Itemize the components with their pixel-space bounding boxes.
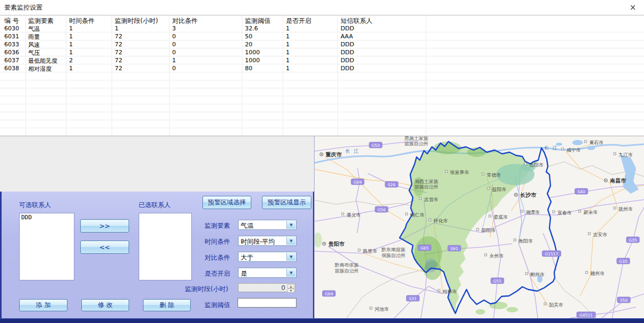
city-marker-icon <box>562 148 564 150</box>
time-condition-combo[interactable]: 时间段-平均 ▼ <box>238 236 296 246</box>
element-monitor-window: 要素监控设置 × 编 号监测要素时间条件监测时段(小时)对比条件监测阈值是否开启… <box>0 0 644 323</box>
compare-condition-combo[interactable]: 大于 ▼ <box>238 252 296 262</box>
table-cell: 72 <box>115 65 122 72</box>
table-row[interactable]: 6037最低能见度272110001DDD <box>0 56 644 64</box>
table-cell: 72 <box>115 41 122 48</box>
close-icon[interactable]: × <box>627 2 639 13</box>
add-button[interactable]: 添 加 <box>19 299 67 311</box>
capital-marker-dot <box>321 154 322 155</box>
threshold-input[interactable] <box>238 298 296 308</box>
spinner-arrows: ▲▼ <box>287 284 294 291</box>
enabled-combo-value: 是 <box>241 269 247 278</box>
table-cell: 1 <box>69 33 73 40</box>
map-district-label: 侗族自治州 <box>382 253 405 258</box>
table-cell: DDD <box>341 65 354 72</box>
period-spinner: 0 ▲▼ <box>238 283 295 292</box>
table-cell: 最低能见度 <box>28 57 57 65</box>
spin-up-icon: ▲ <box>287 284 294 288</box>
city-marker-icon <box>419 197 421 200</box>
map-district-label: 苗族自治州 <box>414 184 438 189</box>
table-cell: 风速 <box>28 41 40 49</box>
table-cell: 3 <box>172 25 176 32</box>
table-row[interactable]: 6033风速1720201DDD <box>0 40 644 48</box>
chevron-down-icon[interactable]: ▼ <box>286 221 295 229</box>
map-city-label: 九江市 <box>618 152 633 158</box>
map-district-label: 恩施土家族 <box>404 136 428 141</box>
map-canvas[interactable]: G50G69S26G56G69S31G65S91G55G1517G35G35S5… <box>314 136 644 318</box>
grid-line <box>337 15 338 136</box>
road-badge-label: S40 <box>578 189 586 194</box>
table-cell: 相对湿度 <box>28 65 52 73</box>
delete-button[interactable]: 删 除 <box>143 299 191 311</box>
city-marker-icon <box>526 272 528 275</box>
table-body: 6030气温11332.61DDD6031雨量1720501AAA6033风速1… <box>0 24 644 136</box>
chevron-down-icon[interactable]: ▼ <box>286 253 295 261</box>
table-cell: DDD <box>341 57 354 64</box>
move-right-button[interactable]: >> <box>80 219 129 233</box>
map-city-label: 贵阳市 <box>328 241 345 247</box>
table-cell: 气压 <box>28 49 40 57</box>
map-city-label: 衡阳市 <box>519 238 533 244</box>
map-city-label: 郴州市 <box>530 272 545 277</box>
table-header-row: 编 号监测要素时间条件监测时段(小时)对比条件监测阈值是否开启短信联系人 <box>0 15 644 25</box>
grid-line <box>283 15 283 136</box>
chevron-down-icon[interactable]: ▼ <box>286 269 295 277</box>
window-title: 要素监控设置 <box>4 3 43 12</box>
period-spinner-value: 0 <box>281 284 285 292</box>
map-city-label: 铜仁市 <box>410 212 425 218</box>
map-city-label: 常德市 <box>487 172 501 178</box>
map-city-label: 韶关市 <box>549 302 563 308</box>
map-city-label: 湘潭市 <box>526 210 540 215</box>
map-district-label: 黔东南苗族 <box>381 247 405 252</box>
bottom-strip <box>0 318 644 323</box>
available-contacts-list[interactable]: DDD <box>19 213 74 280</box>
table-row[interactable]: 6038相对湿度1720801DDD <box>0 64 644 72</box>
city-marker-icon <box>544 303 546 305</box>
element-label: 监测要素 <box>205 221 230 230</box>
city-marker-icon <box>429 219 431 221</box>
available-contacts-label: 可选联系人 <box>19 201 51 210</box>
list-item[interactable]: DDD <box>20 213 74 221</box>
map-city-label: 岳阳市 <box>529 162 544 168</box>
table-cell: 32.6 <box>245 25 258 32</box>
modify-button[interactable]: 修 改 <box>81 299 129 311</box>
table-cell: 雨量 <box>28 33 40 41</box>
map-city-label: 新余市 <box>583 210 598 215</box>
chevron-down-icon[interactable]: ▼ <box>286 237 295 245</box>
table-row[interactable]: 6031雨量1720501AAA <box>0 32 644 40</box>
grid-line <box>66 15 66 136</box>
city-marker-icon <box>405 213 408 215</box>
city-marker-icon <box>358 249 360 251</box>
city-marker-icon <box>514 239 516 241</box>
selected-contacts-list[interactable] <box>139 213 192 280</box>
map-city-label: 邵阳市 <box>481 228 496 233</box>
grid-line <box>242 15 242 136</box>
map-city-label: 吉首市 <box>424 197 438 202</box>
road-badge-label: G50 <box>371 143 380 148</box>
road-badge-label: G56 <box>377 208 386 212</box>
map-district-label: 苗族自治州 <box>335 268 359 274</box>
table-cell: 0 <box>172 49 176 56</box>
map-river-label: 长 江 <box>544 145 558 151</box>
road-badge-label: S26 <box>388 183 396 187</box>
grid-line <box>169 15 170 136</box>
map-city-label: 娄底市 <box>494 214 508 220</box>
map-city-label: 凯里市 <box>363 249 377 254</box>
warning-region-show-button[interactable]: 预警区域显示 <box>262 196 311 209</box>
map-river-label: 长 江 <box>345 148 360 154</box>
enabled-combo[interactable]: 是 ▼ <box>238 268 296 278</box>
table-row[interactable]: 6030气温11332.61DDD <box>0 24 644 32</box>
threshold-label: 监测阈值 <box>205 301 230 310</box>
move-left-button[interactable]: << <box>80 241 129 254</box>
table-cell: 1 <box>69 65 73 72</box>
city-marker-icon <box>477 228 479 230</box>
compare-condition-combo-value: 大于 <box>241 253 253 262</box>
table-row[interactable]: 6036气压172010001DDD <box>0 48 644 56</box>
table-cell: 20 <box>245 41 252 48</box>
table-cell: 1 <box>172 57 176 64</box>
warning-region-select-button[interactable]: 预警区域选择 <box>202 196 251 209</box>
element-combo[interactable]: 气温 ▼ <box>238 220 296 230</box>
table-cell: 1 <box>286 49 290 56</box>
map-city-label: 黄石市 <box>589 140 604 145</box>
road-badge-label: G35 <box>619 259 628 264</box>
